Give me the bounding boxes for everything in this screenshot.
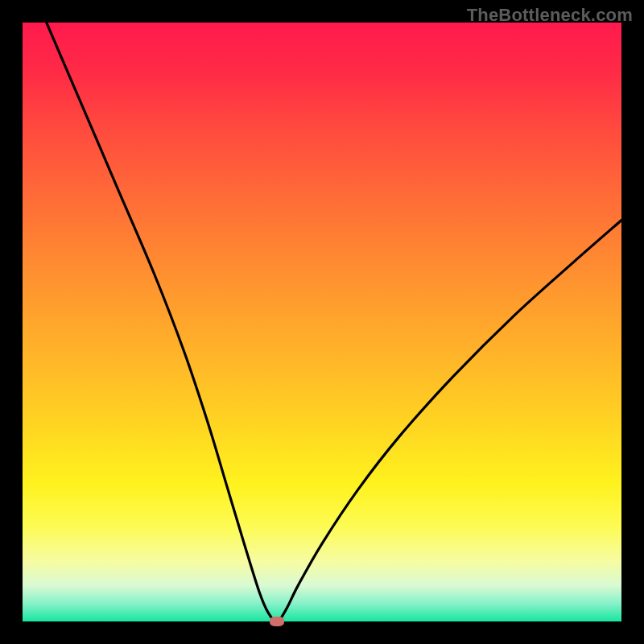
minimum-marker [270, 617, 284, 626]
bottleneck-curve [47, 23, 621, 621]
plot-area [23, 23, 621, 621]
chart-frame: TheBottleneck.com [0, 0, 644, 644]
curve-layer [23, 23, 621, 621]
